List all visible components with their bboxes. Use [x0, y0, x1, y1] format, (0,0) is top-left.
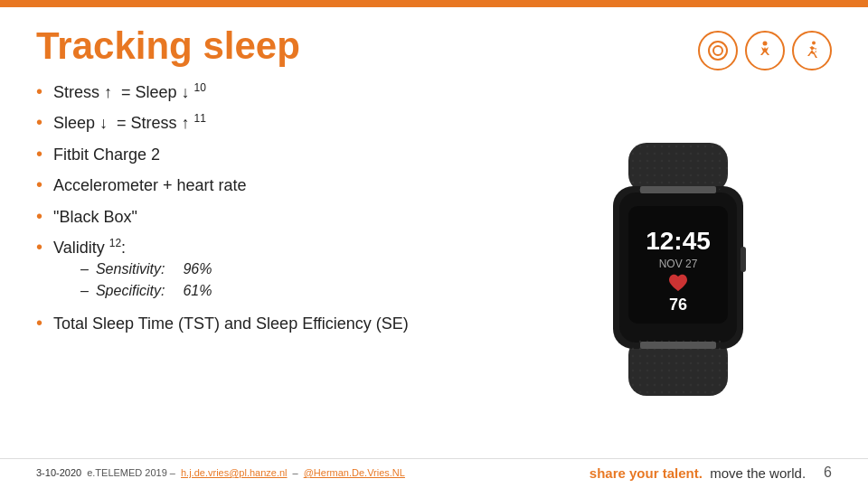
- list-item: • Validity 12: – Sensitivity: 96% – Spe: [36, 235, 506, 304]
- footer-email-link[interactable]: h.j.de.vries@pl.hanze.nl: [181, 467, 288, 478]
- footer-tagline: share your talent. move the world.: [590, 465, 806, 481]
- footer-date: 3-10-2020: [36, 467, 81, 478]
- bullet-dot: •: [36, 80, 42, 103]
- footer-right: share your talent. move the world. 6: [590, 465, 832, 481]
- top-orange-bar: [0, 0, 868, 7]
- footer-separator: –: [293, 467, 298, 478]
- right-panel: 12:45 NOV 27 76: [524, 80, 832, 458]
- sub-label: Sensitivity:: [96, 260, 165, 279]
- list-item: • Stress ↑ = Sleep ↓ 10: [36, 80, 506, 103]
- sub-list-item: – Specificity: 61%: [80, 282, 212, 301]
- tagline-share: share your talent.: [590, 465, 703, 481]
- sub-value: 61%: [183, 282, 212, 301]
- bullet-dot: •: [36, 173, 42, 196]
- svg-point-0: [709, 42, 727, 60]
- svg-rect-16: [640, 186, 716, 193]
- sub-value: 96%: [183, 260, 212, 279]
- footer-left: 3-10-2020 e.TELEMED 2019 – h.j.de.vries@…: [36, 467, 405, 478]
- footer-twitter-link[interactable]: @Herman.De.Vries.NL: [304, 467, 405, 478]
- bullet-text: Sleep ↓ = Stress ↑ 11: [53, 112, 206, 134]
- svg-rect-12: [741, 247, 746, 272]
- list-item: • Total Sleep Time (TST) and Sleep Effic…: [36, 311, 506, 334]
- sub-dash: –: [80, 260, 89, 279]
- svg-text:76: 76: [669, 296, 687, 314]
- bullet-text: Accelerometer + heart rate: [53, 175, 247, 196]
- runner-icon: [792, 31, 832, 70]
- svg-rect-14: [628, 143, 728, 192]
- list-item: • Fitbit Charge 2: [36, 142, 506, 165]
- bullet-dot: •: [36, 311, 42, 334]
- svg-rect-17: [640, 342, 716, 349]
- main-content: Tracking sleep: [0, 7, 868, 488]
- fitbit-svg: 12:45 NOV 27 76: [542, 143, 814, 396]
- list-item: • Sleep ↓ = Stress ↑ 11: [36, 110, 506, 134]
- bullet-dot: •: [36, 142, 42, 165]
- sub-list: – Sensitivity: 96% – Specificity: 61%: [80, 260, 212, 301]
- content-area: • Stress ↑ = Sleep ↓ 10 • Sleep ↓ = Stre…: [0, 80, 868, 458]
- header-icons: [698, 31, 832, 70]
- bullet-dot: •: [36, 204, 42, 228]
- left-panel: • Stress ↑ = Sleep ↓ 10 • Sleep ↓ = Stre…: [36, 80, 524, 458]
- activity-icon: [745, 31, 785, 70]
- bullet-dot: •: [36, 110, 42, 134]
- bullet-text: Stress ↑ = Sleep ↓ 10: [53, 81, 206, 103]
- fitbit-device-image: 12:45 NOV 27 76: [542, 143, 814, 396]
- bullet-text: Total Sleep Time (TST) and Sleep Efficie…: [53, 314, 409, 334]
- page-title: Tracking sleep: [36, 25, 300, 67]
- bullet-list: • Stress ↑ = Sleep ↓ 10 • Sleep ↓ = Stre…: [36, 80, 506, 334]
- footer: 3-10-2020 e.TELEMED 2019 – h.j.de.vries@…: [0, 458, 868, 488]
- bullet-dot: •: [36, 235, 42, 258]
- bullet-text: Validity 12: – Sensitivity: 96% – Specif…: [53, 237, 212, 304]
- sub-dash: –: [80, 282, 89, 301]
- svg-point-2: [763, 42, 768, 46]
- footer-event: e.TELEMED 2019 –: [87, 467, 175, 478]
- sub-list-item: – Sensitivity: 96%: [80, 260, 212, 279]
- page-number: 6: [824, 465, 832, 481]
- header-row: Tracking sleep: [0, 7, 868, 80]
- list-item: • "Black Box": [36, 204, 506, 228]
- bullet-text: Fitbit Charge 2: [53, 145, 160, 165]
- svg-point-1: [713, 46, 722, 55]
- svg-text:NOV 27: NOV 27: [659, 258, 698, 270]
- list-item: • Accelerometer + heart rate: [36, 173, 506, 196]
- svg-text:12:45: 12:45: [646, 227, 711, 255]
- sleep-icon: [698, 31, 738, 70]
- svg-point-3: [812, 42, 816, 45]
- sub-label: Specificity:: [96, 282, 165, 301]
- tagline-move: move the world.: [710, 465, 806, 481]
- bullet-text: "Black Box": [53, 207, 137, 228]
